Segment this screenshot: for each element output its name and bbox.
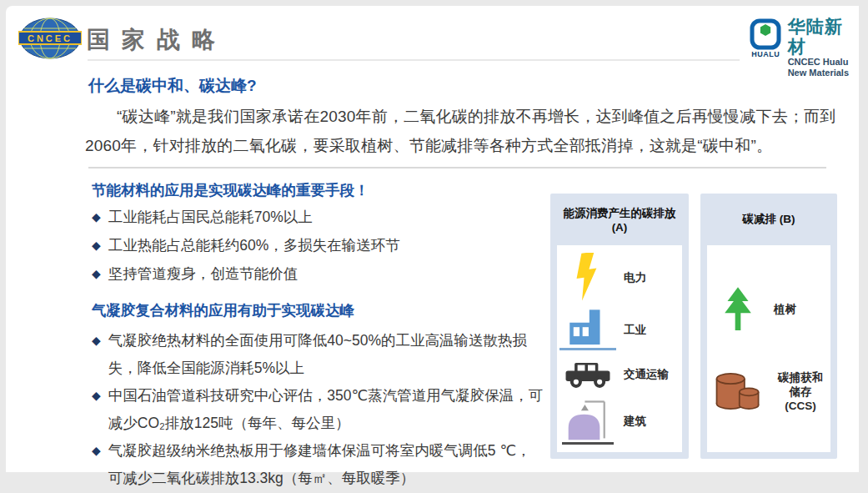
hualu-mark-label: HUALU (751, 50, 780, 58)
ground-line (562, 442, 614, 445)
list-item: ◆ 气凝胶绝热材料的全面使用可降低40~50%的工业高温输送散热损失，降低全国能… (85, 327, 545, 382)
row-label: 交通运输 (624, 367, 669, 381)
diamond-bullet-icon: ◆ (92, 382, 101, 410)
bullet-text: 工业热能占总能耗约60%，多损失在输送环节 (108, 235, 400, 255)
list-item: ◆ 坚持管道瘦身，创造节能价值 (85, 264, 545, 284)
bullet-text: 坚持管道瘦身，创造节能价值 (108, 264, 299, 284)
emissions-panel-body: 电力 工业 (557, 245, 682, 452)
reduction-panel-body: 植树 (707, 245, 830, 452)
energy-bullet-list: ◆ 工业能耗占国民总能耗70%以上 ◆ 工业热能占总能耗约60%，多损失在输送环… (85, 207, 545, 284)
cncec-logo-label: CNCEC (28, 33, 73, 43)
bullet-text: 气凝胶超级纳米绝热板用于修建墙体保温可将室内暖气调低5 ℃，可减少二氧化碳排放1… (108, 437, 545, 492)
lightning-icon (560, 253, 615, 301)
car-icon (560, 360, 615, 390)
panel-row-industry: 工业 (557, 309, 682, 350)
row-label: 工业 (624, 323, 646, 337)
barrels-icon (710, 370, 765, 413)
row-label: 建筑 (624, 414, 646, 428)
emissions-panel-title: 能源消费产生的碳排放 (A) (550, 194, 689, 245)
bullet-text: 工业能耗占国民总能耗70%以上 (108, 207, 313, 227)
reduction-panel-title: 碳减排 (B) (700, 194, 837, 245)
reduction-panel: 碳减排 (B) 植树 (700, 194, 837, 459)
cncec-logo: CNCEC (18, 17, 82, 60)
panel-row-construction: 建筑 (557, 398, 682, 445)
factory-icon (560, 309, 615, 350)
diamond-bullet-icon: ◆ (92, 235, 101, 255)
cncec-globe-icon: CNCEC (18, 17, 82, 60)
bullet-text: 中国石油管道科技研究中心评估，350℃蒸汽管道用气凝胶保温，可减少CO₂排放12… (108, 382, 545, 437)
ground-line (559, 348, 616, 350)
emissions-panel: 能源消费产生的碳排放 (A) 电力 (550, 194, 689, 459)
diamond-bullet-icon: ◆ (92, 207, 101, 227)
list-item: ◆ 气凝胶超级纳米绝热板用于修建墙体保温可将室内暖气调低5 ℃，可减少二氧化碳排… (85, 437, 545, 492)
hualu-logo-text: 华陆新材 CNCEC Hualu New Materials (788, 17, 859, 78)
dome-building-icon (560, 398, 615, 445)
hualu-logo: HUALU 华陆新材 CNCEC Hualu New Materials (748, 17, 859, 78)
panel-row-electricity: 电力 (557, 253, 682, 301)
panel-row-ccs: 碳捕获和储存 (CCS) (707, 370, 830, 413)
tree-icon (710, 284, 765, 335)
ccs-label-line2: (CCS) (774, 399, 827, 413)
ccs-label-line1: 碳捕获和储存 (774, 370, 827, 399)
hualu-mark-icon (748, 17, 783, 52)
list-item: ◆ 中国石油管道科技研究中心评估，350℃蒸汽管道用气凝胶保温，可减少CO₂排放… (85, 382, 545, 437)
hualu-name-en1: CNCEC Hualu (788, 57, 859, 68)
row-label: 电力 (624, 270, 646, 284)
diamond-bullet-icon: ◆ (92, 264, 101, 284)
slide: CNCEC 国家战略 HUALU 华陆新材 CNCEC Hualu New Ma… (6, 6, 859, 472)
panel-row-transport: 交通运输 (557, 360, 682, 390)
panel-row-trees: 植树 (707, 284, 830, 335)
header-divider (88, 59, 740, 61)
list-item: ◆ 工业热能占总能耗约60%，多损失在输送环节 (85, 235, 545, 255)
bullet-text: 气凝胶绝热材料的全面使用可降低40~50%的工业高温输送散热损失，降低全国能源消… (108, 327, 545, 382)
intro-heading: 什么是碳中和、碳达峰? (85, 76, 862, 96)
diamond-bullet-icon: ◆ (92, 327, 101, 355)
section-divider (88, 167, 826, 169)
page-title: 国家战略 (87, 24, 227, 56)
aerogel-bullet-list: ◆ 气凝胶绝热材料的全面使用可降低40~50%的工业高温输送散热损失，降低全国能… (85, 327, 545, 492)
row-label: 植树 (774, 302, 796, 316)
list-item: ◆ 工业能耗占国民总能耗70%以上 (85, 207, 545, 227)
intro-paragraph: “碳达峰”就是我们国家承诺在2030年前，二氧化碳的排放不再增长，达到峰值之后再… (85, 102, 860, 160)
hualu-logo-mark: HUALU (748, 17, 784, 58)
row-label-ccs: 碳捕获和储存 (CCS) (774, 370, 827, 413)
diamond-bullet-icon: ◆ (92, 437, 101, 465)
hualu-name-cn: 华陆新材 (788, 17, 859, 57)
